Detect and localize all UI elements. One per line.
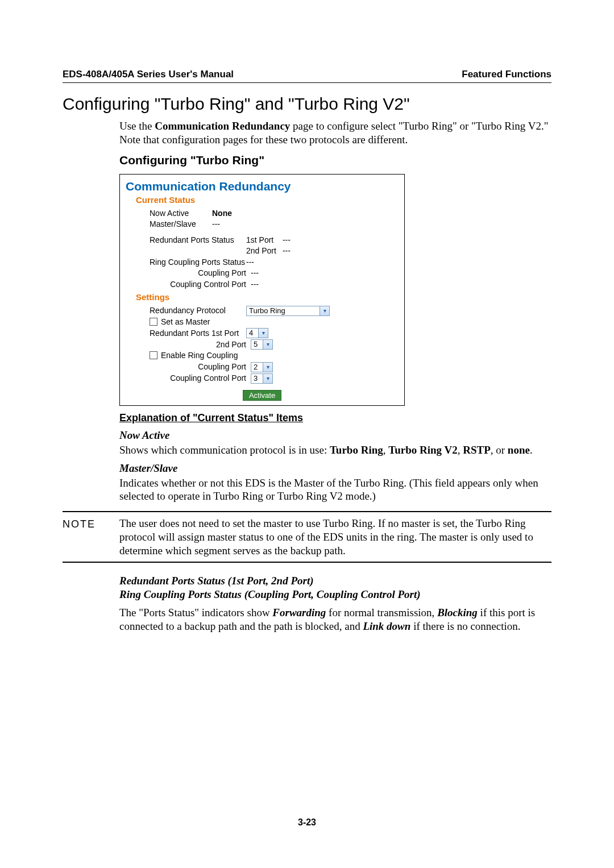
coupling-control-port-value: 3 [251, 374, 263, 383]
activate-button[interactable]: Activate [243, 390, 281, 401]
redundant-port-1-value: 4 [247, 329, 258, 338]
config-screenshot: Communication Redundancy Current Status … [119, 174, 405, 406]
intro-paragraph: Use the Communication Redundancy page to… [119, 119, 551, 147]
ring-coupling-status-value: --- [246, 258, 254, 268]
ss-title: Communication Redundancy [126, 179, 399, 194]
page-number: 3-23 [0, 817, 614, 828]
header-right: Featured Functions [462, 68, 551, 80]
explanation-heading: Explanation of "Current Status" Items [119, 412, 551, 425]
redundant-ports-2nd-label: 2nd Port [150, 340, 251, 350]
na-b2: Turbo Ring V2 [388, 444, 457, 456]
redundant-port-1-select[interactable]: 4 ▾ [246, 328, 268, 338]
set-as-master-checkbox[interactable] [150, 318, 157, 326]
settings-coupling-control-port-label: Coupling Control Port [150, 373, 251, 384]
ring-coupling-status-label: Ring Coupling Ports Status [150, 258, 246, 268]
sub-section-title: Configuring "Turbo Ring" [119, 153, 551, 168]
now-active-label: Now Active [150, 209, 212, 219]
redundant-ports-status-label: Redundant Ports Status [150, 235, 246, 246]
chevron-down-icon: ▾ [263, 340, 272, 349]
settings-coupling-port-label: Coupling Port [150, 362, 251, 372]
ss-current-status-heading: Current Status [136, 195, 399, 206]
coupling-port-status-value: --- [251, 268, 259, 279]
na-b3: RSTP [463, 444, 491, 456]
note-label: NOTE [63, 517, 119, 557]
redundant-ports-status-heading: Redundant Ports Status (1st Port, 2nd Po… [119, 574, 551, 588]
redundant-port-2-select[interactable]: 5 ▾ [251, 339, 273, 350]
now-active-value: None [212, 209, 232, 219]
chevron-down-icon: ▾ [258, 329, 268, 338]
coupling-control-port-select[interactable]: 3 ▾ [251, 373, 273, 384]
ports-status-paragraph: The "Ports Status" indicators show Forwa… [119, 606, 551, 633]
chevron-down-icon: ▾ [263, 374, 272, 383]
master-slave-value: --- [212, 219, 220, 230]
set-as-master-label: Set as Master [161, 317, 210, 326]
ring-coupling-ports-status-heading: Ring Coupling Ports Status (Coupling Por… [119, 588, 551, 601]
chevron-down-icon: ▾ [320, 306, 329, 315]
port1-label: 1st Port [246, 235, 280, 246]
redundancy-protocol-label: Redundancy Protocol [150, 306, 246, 316]
redundancy-protocol-value: Turbo Ring [247, 306, 320, 315]
redundant-ports-1st-label: Redundant Ports 1st Port [150, 329, 246, 339]
na-b4: none [508, 444, 530, 456]
redundancy-protocol-select[interactable]: Turbo Ring ▾ [246, 306, 330, 316]
port2-value: --- [283, 246, 291, 255]
ps-w2: Blocking [437, 607, 478, 618]
note-body: The user does not need to set the master… [119, 517, 551, 557]
ps-w1: Forwarding [272, 607, 326, 618]
enable-ring-coupling-checkbox[interactable] [150, 351, 157, 359]
port2-label: 2nd Port [246, 246, 280, 256]
coupling-port-status-label: Coupling Port [150, 268, 251, 279]
now-active-item-title: Now Active [119, 429, 551, 442]
ps-m3: if there is no connection. [410, 620, 520, 632]
coupling-control-port-status-label: Coupling Control Port [150, 280, 251, 290]
coupling-port-select[interactable]: 2 ▾ [251, 362, 273, 372]
page-header: EDS-408A/405A Series User's Manual Featu… [63, 68, 551, 83]
na-pre: Shows which communication protocol is in… [119, 444, 330, 456]
port1-value: --- [283, 235, 291, 244]
chevron-down-icon: ▾ [263, 363, 272, 372]
intro-pre: Use the [119, 120, 155, 132]
ps-w3: Link down [363, 620, 410, 632]
header-left: EDS-408A/405A Series User's Manual [63, 68, 234, 80]
master-slave-item-title: Master/Slave [119, 462, 551, 475]
redundant-port-2-value: 5 [251, 340, 263, 349]
coupling-port-value: 2 [251, 363, 263, 372]
coupling-control-port-status-value: --- [251, 280, 259, 290]
now-active-item-text: Shows which communication protocol is in… [119, 443, 551, 457]
ps-pre: The "Ports Status" indicators show [119, 607, 272, 618]
section-title: Configuring "Turbo Ring" and "Turbo Ring… [63, 93, 551, 115]
intro-bold: Communication Redundancy [155, 120, 290, 132]
ps-m1: for normal transmission, [326, 607, 437, 618]
ss-settings-heading: Settings [136, 292, 399, 303]
enable-ring-coupling-label: Enable Ring Coupling [161, 351, 238, 360]
note-block: NOTE The user does not need to set the m… [63, 511, 551, 563]
na-b1: Turbo Ring [330, 444, 383, 456]
master-slave-label: Master/Slave [150, 219, 212, 230]
master-slave-item-text: Indicates whether or not this EDS is the… [119, 476, 551, 504]
